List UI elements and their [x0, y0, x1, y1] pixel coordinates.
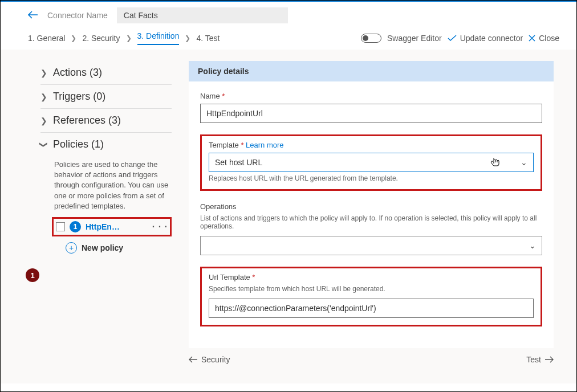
- callout-badge-1: 1: [26, 268, 39, 282]
- footer-nav: Security Test: [189, 348, 554, 364]
- sidebar-triggers-label: Triggers (0): [53, 91, 105, 103]
- field-operations-section: Operations List of actions and triggers …: [200, 202, 542, 255]
- field-url-template-section: Url Template * Specifies template from w…: [200, 267, 542, 326]
- policy-list-item[interactable]: 1 HttpEn… · · ·: [52, 217, 172, 236]
- url-template-input[interactable]: [209, 299, 534, 318]
- sidebar-references-label: References (3): [53, 115, 121, 126]
- chevron-down-icon: ⌄: [521, 158, 527, 167]
- chevron-right-icon: ❯: [40, 68, 47, 77]
- sidebar-item-references[interactable]: ❯ References (3): [40, 109, 172, 133]
- plus-circle-icon: +: [66, 242, 77, 254]
- chevron-right-icon: ❯: [71, 34, 76, 42]
- arrow-left-icon: [189, 356, 198, 363]
- policy-more-icon[interactable]: · · ·: [152, 222, 168, 232]
- template-select[interactable]: Set host URL ⌄: [209, 153, 534, 172]
- policies-description: Policies are used to change the behavior…: [40, 156, 172, 217]
- connector-name-input[interactable]: Cat Facts: [117, 7, 288, 23]
- step-general[interactable]: 1. General: [28, 34, 65, 43]
- chevron-down-icon: ⌄: [529, 241, 536, 250]
- field-name-section: Name *: [200, 92, 542, 123]
- swagger-toggle[interactable]: [361, 34, 381, 43]
- policy-order-badge: 1: [70, 221, 81, 232]
- template-label: Template * Learn more: [209, 141, 534, 149]
- step-test[interactable]: 4. Test: [196, 34, 220, 43]
- update-connector-label: Update connector: [460, 34, 523, 43]
- header-connector-row: Connector Name Cat Facts: [1, 2, 576, 23]
- required-asterisk: *: [241, 141, 243, 149]
- sidebar: ❯ Actions (3) ❯ Triggers (0) ❯ Reference…: [1, 61, 183, 383]
- wizard-steps-row: 1. General ❯ 2. Security ❯ 3. Definition…: [1, 23, 576, 50]
- panel-body: Name * Template * Learn more Set host UR…: [189, 81, 554, 348]
- template-label-text: Template: [209, 141, 239, 149]
- url-template-help-text: Specifies template from which host URL w…: [209, 285, 534, 293]
- update-connector-button[interactable]: Update connector: [448, 34, 523, 43]
- template-help-text: Replaces host URL with the URL generated…: [209, 174, 534, 182]
- prev-step-link[interactable]: Security: [189, 355, 230, 364]
- main-panel: Policy details Name * Template * Learn m…: [183, 61, 576, 383]
- panel-title: Policy details: [189, 61, 554, 81]
- connector-name-label: Connector Name: [47, 11, 108, 20]
- sidebar-item-policies[interactable]: ❯ Policies (1): [40, 133, 172, 156]
- chevron-right-icon: ❯: [40, 92, 47, 101]
- policy-checkbox[interactable]: [56, 222, 65, 231]
- operations-select[interactable]: ⌄: [200, 236, 542, 255]
- close-label: Close: [539, 34, 559, 43]
- next-step-link[interactable]: Test: [526, 355, 554, 364]
- sidebar-actions-label: Actions (3): [53, 67, 102, 79]
- url-template-label-text: Url Template: [209, 273, 250, 281]
- required-asterisk: *: [252, 273, 255, 281]
- step-definition[interactable]: 3. Definition: [137, 31, 180, 45]
- prev-step-label: Security: [201, 355, 230, 364]
- new-policy-button[interactable]: + New policy: [40, 236, 172, 254]
- learn-more-link[interactable]: Learn more: [246, 141, 283, 149]
- policy-item-name: HttpEn…: [86, 222, 148, 231]
- field-template-section: Template * Learn more Set host URL ⌄ Rep…: [200, 134, 542, 191]
- chevron-down-icon: ❯: [39, 141, 48, 148]
- sidebar-item-actions[interactable]: ❯ Actions (3): [40, 61, 172, 85]
- operations-label: Operations: [200, 202, 542, 211]
- name-input[interactable]: [200, 104, 542, 123]
- step-security[interactable]: 2. Security: [82, 34, 120, 43]
- sidebar-item-triggers[interactable]: ❯ Triggers (0): [40, 85, 172, 109]
- url-template-label: Url Template *: [209, 273, 534, 281]
- new-policy-label: New policy: [82, 243, 123, 252]
- arrow-right-icon: [545, 356, 554, 363]
- checkmark-icon: [448, 35, 457, 42]
- name-label-text: Name: [200, 92, 220, 100]
- template-selected-value: Set host URL: [215, 158, 262, 167]
- sidebar-policies-label: Policies (1): [53, 138, 104, 150]
- chevron-right-icon: ❯: [185, 34, 190, 42]
- next-step-label: Test: [526, 355, 541, 364]
- close-button[interactable]: Close: [529, 34, 559, 43]
- name-label: Name *: [200, 92, 542, 100]
- chevron-right-icon: ❯: [40, 116, 47, 125]
- content-area: 1 2 3 ❯ Actions (3) ❯ Triggers (0) ❯ Ref…: [1, 50, 576, 383]
- close-icon: [529, 35, 535, 42]
- operations-help-text: List of actions and triggers to which th…: [200, 214, 542, 230]
- required-asterisk: *: [222, 92, 225, 100]
- chevron-right-icon: ❯: [126, 34, 132, 42]
- back-arrow-icon[interactable]: [28, 10, 38, 22]
- swagger-editor-label[interactable]: Swagger Editor: [387, 34, 442, 43]
